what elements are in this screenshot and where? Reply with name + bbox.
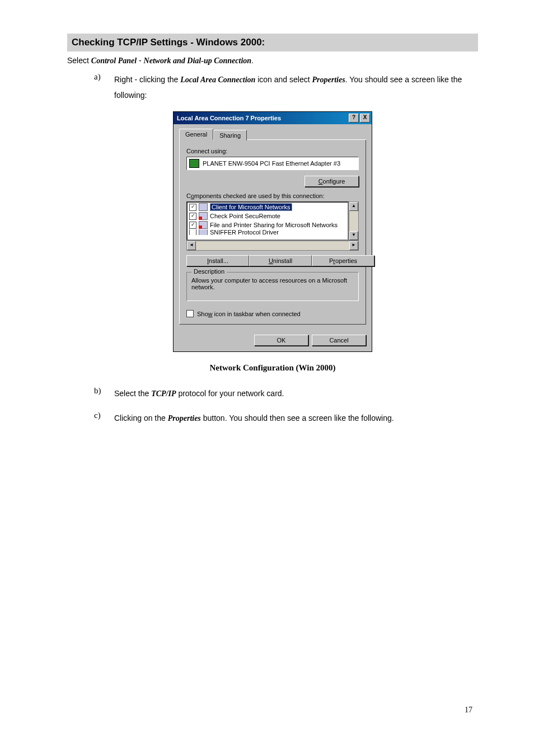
show-icon-row[interactable]: Show icon in taskbar when connected [186,310,359,317]
list-item-b: b) Select the TCP/IP protocol for your n… [94,386,478,402]
scroll-right-icon[interactable]: ► [349,241,358,250]
component-label: Client for Microsoft Networks [210,203,292,211]
uninstall-button[interactable]: Uninstall [249,255,312,266]
ok-button[interactable]: OK [254,335,308,346]
text-bold: Network and Dial-up Connection [144,57,252,65]
text: Right - clicking the [114,75,180,84]
properties-button[interactable]: Properties [312,255,374,266]
text-bold: Control Panel [91,57,137,65]
section-header: Checking TCP/IP Settings - Windows 2000: [67,34,478,51]
text-bold: Properties [312,76,345,84]
list-marker: c) [94,411,105,426]
text: button. You should then see a screen lik… [201,414,394,422]
text-bold: Local Area Connection [180,76,255,84]
adapter-field: PLANET ENW-9504 PCI Fast Ethernet Adapte… [186,157,359,170]
list-item[interactable]: SNIFFER Protocol Driver [188,229,348,235]
scroll-down-icon[interactable]: ▼ [349,231,358,240]
description-group: Description Allows your computer to acce… [186,272,359,301]
list-item-a: a) Right - clicking the Local Area Conne… [94,72,478,102]
network-protocol-icon [199,229,208,235]
checkbox-icon[interactable]: ✓ [189,222,196,229]
list-content: Clicking on the Properties button. You s… [114,411,394,426]
text: . [251,56,254,65]
components-label: Components checked are used by this conn… [186,192,359,199]
tab-general[interactable]: General [179,129,213,140]
nic-icon [189,159,199,168]
description-text: Allows your computer to access resources… [191,277,354,290]
figure-caption: Network Configuration (Win 2000) [67,363,478,373]
text: Clicking on the [114,414,168,422]
checkbox-icon[interactable]: ✓ [189,213,196,220]
text: Select the [114,389,151,398]
scroll-left-icon[interactable]: ◄ [187,241,196,250]
component-label: Check Point SecuRemote [210,213,280,219]
components-listbox[interactable]: ✓ Client for Microsoft Networks ✓ Check … [186,201,359,241]
tab-sharing[interactable]: Sharing [213,130,247,140]
text: protocol for your network card. [176,389,284,398]
help-button[interactable]: ? [349,114,359,123]
text: - [137,56,143,65]
list-marker: b) [94,386,105,402]
text: Select [67,56,91,65]
checkbox-icon[interactable]: ✓ [189,204,196,211]
list-item[interactable]: ✓ File and Printer Sharing for Microsoft… [188,220,348,229]
component-label: File and Printer Sharing for Microsoft N… [210,222,338,228]
component-label: SNIFFER Protocol Driver [210,229,279,235]
list-item-c: c) Clicking on the Properties button. Yo… [94,411,478,426]
show-icon-label: Show icon in taskbar when connected [197,311,301,317]
close-button[interactable]: X [360,114,370,123]
dialog-title: Local Area Connection 7 Properties [177,115,281,121]
text-bold: TCP/IP [151,389,176,398]
list-marker: a) [94,72,105,102]
dialog-screenshot: Local Area Connection 7 Properties ? X G… [67,111,478,352]
configure-button[interactable]: Configure [305,176,359,187]
install-button[interactable]: Install... [186,255,249,266]
network-client-icon [199,203,208,211]
list-content: Right - clicking the Local Area Connecti… [114,72,478,102]
adapter-name: PLANET ENW-9504 PCI Fast Ethernet Adapte… [203,160,340,167]
network-client-icon [199,212,208,220]
scroll-up-icon[interactable]: ▲ [349,202,358,211]
title-bar: Local Area Connection 7 Properties ? X [174,112,372,124]
network-service-icon [199,221,208,229]
cancel-button[interactable]: Cancel [312,335,366,346]
list-content: Select the TCP/IP protocol for your netw… [114,386,284,402]
connect-using-label: Connect using: [186,148,359,154]
text: icon and select [255,75,312,84]
intro-line: Select Control Panel - Network and Dial-… [67,56,478,65]
text-bold: Properties [168,414,201,422]
description-legend: Description [191,268,227,275]
properties-dialog: Local Area Connection 7 Properties ? X G… [173,111,372,352]
list-item[interactable]: ✓ Check Point SecuRemote [188,212,348,220]
checkbox-icon[interactable] [189,229,196,235]
page-number: 17 [67,706,478,715]
list-item[interactable]: ✓ Client for Microsoft Networks [188,203,348,212]
tab-content: Connect using: PLANET ENW-9504 PCI Fast … [179,140,366,325]
horizontal-scrollbar[interactable]: ◄ ► [186,241,359,251]
tabs: General Sharing [179,129,366,140]
vertical-scrollbar[interactable]: ▲ ▼ [349,201,359,241]
checkbox-icon[interactable] [186,310,194,317]
